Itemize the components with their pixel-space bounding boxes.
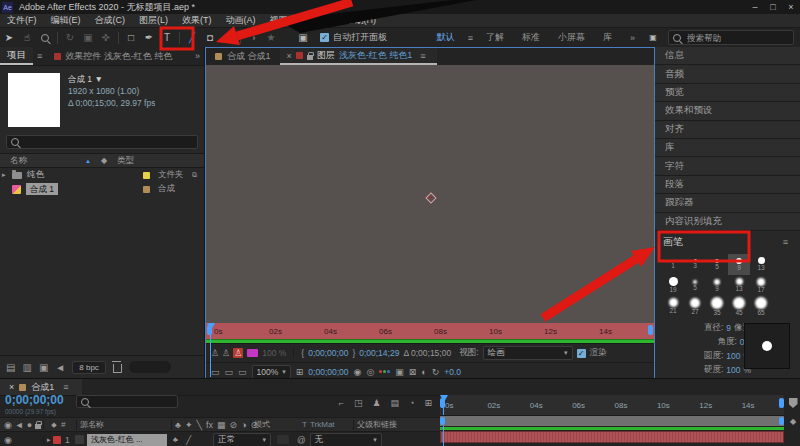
table-row[interactable]: ▸纯色文件夹⧉ [0,168,204,182]
tab-effect-controls[interactable]: 效果控件 浅灰色-红色 纯色1 [65,50,173,63]
menu-item[interactable]: 图层(L) [132,14,175,27]
table-row[interactable]: 合成 1合成 [0,182,204,196]
property-value[interactable]: 100 [726,351,740,361]
close-tab-icon[interactable]: × [9,382,14,392]
comp-marker-icon[interactable]: ◆ [790,417,796,426]
panel-tab-内容识别填充[interactable]: 内容识别填充 [655,213,800,230]
menu-item[interactable]: 合成(C) [88,14,133,27]
brushes-menu-icon[interactable]: ≡ [783,237,788,247]
layer-name[interactable]: 浅灰色-红色 ... [87,434,167,446]
column-name[interactable]: 名称 [10,155,27,167]
column-parent[interactable]: 父级和链接 [357,419,397,430]
sort-icon[interactable]: ▲ [85,158,91,164]
type-tool[interactable]: T [158,30,176,46]
frame-blending-icon[interactable]: ▤ [391,398,400,408]
brush-preset[interactable]: 5 [706,254,728,275]
render-checkbox[interactable]: ✓ [577,349,586,358]
composition-mini-flowchart-icon[interactable]: ⌐ [339,398,344,408]
label-color-chip[interactable] [143,186,150,193]
brush-preset[interactable]: 19 [662,275,684,296]
tab-composition[interactable]: 合成 合成1 [206,48,280,65]
workspace-2[interactable]: 了解 [486,31,504,44]
eye-icon[interactable]: ◉ [4,420,12,430]
panel-tab-对齐[interactable]: 对齐 [655,121,800,138]
project-search[interactable] [6,135,198,149]
menu-item[interactable]: 动画(A) [219,14,263,27]
nav-cap-right[interactable] [779,398,784,408]
parent-dropdown[interactable]: 无 ▾ [310,433,382,446]
shy-icon[interactable]: ♣ [175,420,181,430]
item-name[interactable]: 合成 1 [26,183,58,195]
quality-icon[interactable]: ╲ [196,420,201,430]
frame-blend-icon[interactable]: ▦ [217,420,226,430]
layer-quality-icon[interactable]: ╱ [186,435,191,445]
menu-item[interactable]: 视图(V) [263,14,307,27]
item-name[interactable]: 纯色 [27,169,44,181]
work-area-bar[interactable] [440,415,784,426]
brush-preset[interactable]: 1 [662,254,684,275]
opacity-value[interactable]: 100 % [262,348,286,358]
panel-tab-预览[interactable]: 预览 [655,84,800,101]
column-source-name[interactable]: 源名称 [80,419,168,430]
adjustment-icon[interactable]: ◑ [241,420,246,430]
project-menu-icon[interactable]: ≡ [37,51,42,61]
brush-preset[interactable]: 13 [750,254,772,275]
exposure-value[interactable]: +0.0 [444,367,461,377]
close-button[interactable]: × [782,0,800,14]
brush-preset[interactable]: 9 [706,275,728,296]
solo-icon[interactable]: ● [27,420,32,430]
eraser-tool[interactable]: ◆ [219,30,237,46]
transparency-grid-icon[interactable]: ⊠ [409,367,417,377]
bit-depth-button[interactable]: 8 bpc [72,361,106,374]
menu-item[interactable]: 帮助(H) [339,14,384,27]
preview-favor-icon[interactable]: ♙ [222,348,230,358]
workspace-4[interactable]: 小屏幕 [558,31,585,44]
viewer-menu-icon[interactable]: ≡ [420,51,425,61]
project-search-input[interactable] [23,136,127,148]
column-number[interactable]: # [61,420,73,429]
motion-blur-col-icon[interactable]: ⊘ [229,420,237,430]
workspace-menu-icon[interactable]: ≡ [468,33,473,43]
rotation-tool[interactable]: ↻ [61,30,79,46]
layer-canvas[interactable] [206,65,654,323]
brush-preset[interactable]: 3 [684,254,706,275]
brush-preset[interactable]: 45 [728,296,750,317]
out-time[interactable]: 0;00;14;29 [359,348,399,358]
panel-tab-字符[interactable]: 字符 [655,157,800,174]
reset-exposure-icon[interactable]: ↻ [432,367,440,377]
help-search-input[interactable] [685,32,789,44]
brush-preset[interactable]: 65 [750,296,772,317]
parent-pickwhip-icon[interactable]: @ [297,435,306,445]
menu-item[interactable]: 编辑(E) [44,14,88,27]
fx-icon[interactable]: fx [206,420,213,430]
auto-open-panels-checkbox[interactable]: ✓ [320,33,329,42]
lock-icon[interactable] [35,424,41,429]
new-folder-icon[interactable]: ▥ [22,362,31,373]
layer-label-chip[interactable] [53,436,61,444]
timeline-playhead[interactable] [440,395,448,402]
paint-color-swatch[interactable] [247,349,258,357]
work-area-start-handle[interactable] [440,417,445,425]
clone-stamp-tool[interactable]: ◘ [201,30,219,46]
snapshot-icon[interactable]: ◉ [354,367,362,377]
brush-preset[interactable]: 5 [684,275,706,296]
column-mode[interactable]: 模式 [254,419,302,430]
minimize-button[interactable]: – [746,0,764,14]
workspace-bar-icon[interactable]: ▣ [644,30,662,46]
label-column-icon[interactable]: ◆ [47,421,61,429]
workspace-overflow[interactable]: » [630,33,635,43]
layer-shy-icon[interactable]: ♣ [173,435,178,444]
brush-preset[interactable]: 13 [728,275,750,296]
blend-mode-dropdown[interactable]: 正常 ▾ [213,433,271,446]
layer-duration-bar[interactable] [440,431,784,443]
interpret-footage-icon[interactable]: ▤ [6,362,15,373]
grid-guides-icon[interactable]: ⊞ [296,367,304,377]
adjust-icon[interactable]: ◄ [55,362,65,373]
nav-cap-right[interactable] [648,325,653,335]
rectangle-tool[interactable]: □ [122,30,140,46]
brush-preset[interactable]: 21 [662,296,684,317]
new-composition-icon[interactable]: ▣ [39,362,48,373]
always-preview-icon[interactable]: ♙ [211,348,219,358]
panel-tab-段落[interactable]: 段落 [655,176,800,193]
panel-tab-跟踪器[interactable]: 跟踪器 [655,194,800,211]
